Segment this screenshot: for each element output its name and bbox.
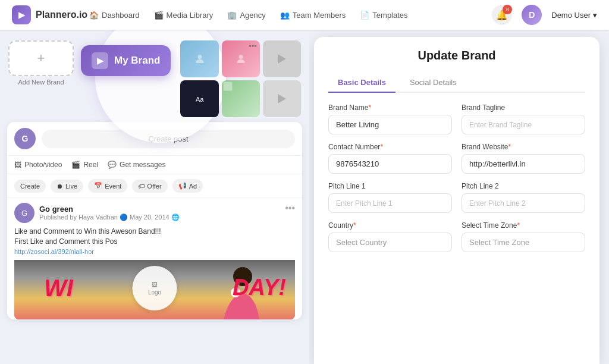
brand-tagline-input[interactable] xyxy=(462,115,585,134)
feed-post-header: G Go green Published by Haya Vadhan 🔵 Ma… xyxy=(14,203,295,223)
post-creation-area: G Create post 🖼 Photo/video 🎬 Reel 💬 Get… xyxy=(7,122,302,319)
timezone-select-wrap: Select Time Zone xyxy=(462,233,585,252)
brand-name-input[interactable] xyxy=(328,115,452,134)
media-thumb-3 xyxy=(263,40,301,77)
media-thumb-6 xyxy=(263,80,301,117)
live-tool-button[interactable]: ⏺ Live xyxy=(51,180,83,193)
plus-icon: + xyxy=(37,51,45,66)
reel-icon: 🎬 xyxy=(71,161,80,169)
play-icon-3 xyxy=(278,54,286,64)
nav-templates[interactable]: 📄 Templates xyxy=(360,11,407,20)
reel-button[interactable]: 🎬 Reel xyxy=(71,161,98,169)
messenger-icon: 💬 xyxy=(108,161,117,169)
nav-team-members[interactable]: 👥 Team Members xyxy=(280,11,346,20)
country-select-wrap: Select Country xyxy=(328,233,452,252)
feed-user-sub: Published by Haya Vadhan 🔵 May 20, 2014 … xyxy=(39,214,180,221)
tab-social-details[interactable]: Social Details xyxy=(400,73,466,93)
user-avatar: D xyxy=(522,5,542,25)
country-group: Country* Select Country xyxy=(328,221,452,252)
pitch-line1-label: Pitch Line 1 xyxy=(328,182,452,190)
notification-badge: 8 xyxy=(503,5,512,14)
post-image: WI 🖼 Logo DAY! xyxy=(14,260,295,319)
pitch-line1-input[interactable] xyxy=(328,193,452,213)
feed-avatar: G xyxy=(14,203,34,223)
svg-rect-3 xyxy=(223,82,232,91)
pitch-line2-group: Pitch Line 2 xyxy=(462,182,585,213)
media-icon: 🎬 xyxy=(154,11,164,20)
photo-icon: 🖼 xyxy=(14,161,21,169)
post-user-avatar: G xyxy=(14,128,36,149)
offer-tool-button[interactable]: 🏷 Offer xyxy=(132,180,167,193)
home-icon: 🏠 xyxy=(89,11,99,20)
tab-basic-details[interactable]: Basic Details xyxy=(328,73,395,93)
contact-number-input[interactable] xyxy=(328,154,452,174)
logo-icon-sm: 🖼 xyxy=(152,281,158,288)
media-dots-2[interactable]: ••• xyxy=(249,42,257,50)
brand-tagline-group: Brand Tagline xyxy=(462,103,585,134)
messages-button[interactable]: 💬 Get messages xyxy=(108,161,165,169)
brand-name-group: Brand Name* xyxy=(328,103,452,134)
my-brand-card[interactable]: ▶ My Brand xyxy=(81,45,171,76)
brand-website-label: Brand Website* xyxy=(462,143,585,151)
country-select[interactable]: Select Country xyxy=(328,233,452,252)
photo-video-button[interactable]: 🖼 Photo/video xyxy=(14,161,62,169)
feed-post-text: Like and Comment to Win this Aweson Band… xyxy=(14,227,295,256)
contact-number-group: Contact Number* xyxy=(328,143,452,174)
templates-icon: 📄 xyxy=(360,11,369,20)
media-thumb-2: ••• xyxy=(222,40,260,77)
my-brand-label: My Brand xyxy=(114,55,160,67)
event-icon: 📅 xyxy=(94,182,102,190)
timezone-select[interactable]: Select Time Zone xyxy=(462,233,585,252)
pitch-line2-input[interactable] xyxy=(462,193,585,213)
pitch-line2-label: Pitch Line 2 xyxy=(462,182,585,190)
brand-tagline-label: Brand Tagline xyxy=(462,103,585,112)
svg-point-0 xyxy=(197,55,202,59)
update-brand-panel: Update Brand Basic Details Social Detail… xyxy=(314,37,599,364)
nav-dashboard[interactable]: 🏠 Dashboard xyxy=(89,11,140,20)
event-tool-button[interactable]: 📅 Event xyxy=(88,179,127,193)
svg-text:Aa: Aa xyxy=(196,96,204,103)
panel-title: Update Brand xyxy=(328,49,585,62)
offer-icon: 🏷 xyxy=(138,183,145,190)
ad-tool-button[interactable]: 📢 Ad xyxy=(172,179,203,193)
feed-user-info: G Go green Published by Haya Vadhan 🔵 Ma… xyxy=(14,203,180,223)
brand-tabs: Basic Details Social Details xyxy=(328,73,585,93)
media-thumb-4: Aa xyxy=(180,80,218,117)
feed-user-name: Go green xyxy=(39,205,180,214)
brand-website-input[interactable] xyxy=(462,154,585,174)
create-post-input[interactable]: Create post xyxy=(42,130,295,148)
timezone-group: Select Time Zone* Select Time Zone xyxy=(462,221,585,252)
agency-icon: 🏢 xyxy=(227,11,237,20)
live-icon: ⏺ xyxy=(56,183,63,190)
brand-website-group: Brand Website* xyxy=(462,143,585,174)
brand-play-icon: ▶ xyxy=(92,52,108,69)
nav-agency[interactable]: 🏢 Agency xyxy=(227,11,265,20)
user-menu[interactable]: Demo User ▾ xyxy=(551,11,597,20)
day-text: DAY! xyxy=(233,275,286,300)
logo-icon: ▶ xyxy=(12,5,31,24)
add-brand-button[interactable]: + xyxy=(8,40,74,76)
feed-post: G Go green Published by Haya Vadhan 🔵 Ma… xyxy=(7,197,302,319)
notifications-button[interactable]: 🔔 8 xyxy=(492,5,512,25)
media-thumb-1 xyxy=(180,40,218,77)
add-brand-label: Add New Brand xyxy=(18,79,64,86)
nav-media-library[interactable]: 🎬 Media Library xyxy=(154,11,214,20)
feed-link[interactable]: http://zosoci.al/392/niall-hor xyxy=(14,248,94,255)
brand-name-label: Brand Name* xyxy=(328,103,452,112)
win-text: WI xyxy=(44,275,73,302)
chevron-down-icon: ▾ xyxy=(593,11,597,20)
app-title: Plannero.io xyxy=(36,10,87,20)
ad-icon: 📢 xyxy=(178,182,187,190)
add-brand-section: + Add New Brand xyxy=(8,40,74,86)
main-content: + Add New Brand ▶ My Brand ••• xyxy=(0,30,609,364)
brand-form: Brand Name* Brand Tagline Contact Number… xyxy=(328,103,585,252)
contact-number-label: Contact Number* xyxy=(328,143,452,151)
create-tool-button[interactable]: Create xyxy=(14,180,46,193)
logo-badge: 🖼 Logo xyxy=(133,266,177,310)
svg-point-1 xyxy=(238,55,243,59)
navbar: ▶ Plannero.io 🏠 Dashboard 🎬 Media Librar… xyxy=(0,0,609,30)
pitch-line1-group: Pitch Line 1 xyxy=(328,182,452,213)
app-logo[interactable]: ▶ Plannero.io xyxy=(12,5,89,24)
feed-options-button[interactable]: ••• xyxy=(285,203,295,214)
nav-right: 🔔 8 D Demo User ▾ xyxy=(492,5,597,25)
